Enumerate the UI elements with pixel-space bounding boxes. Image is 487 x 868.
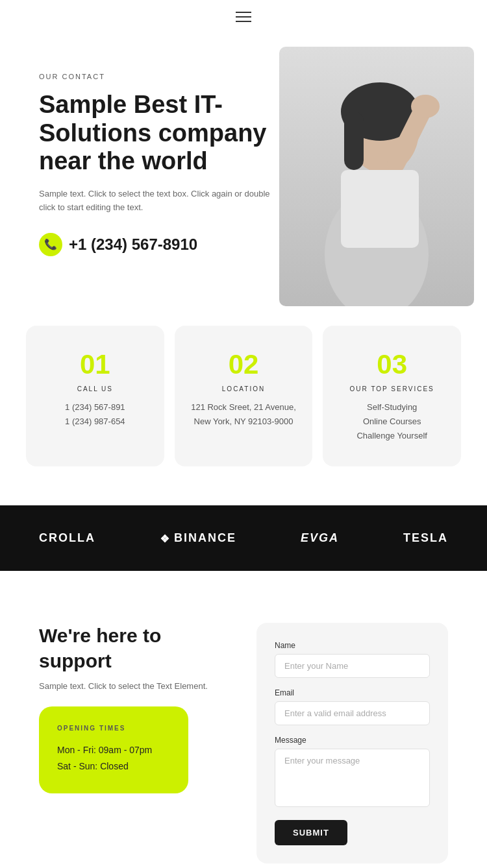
hero-phone: 📞 +1 (234) 567-8910 <box>39 233 286 256</box>
svg-rect-3 <box>344 112 364 170</box>
contact-form: Name Email Message SUBMIT <box>256 623 448 863</box>
support-title: We're here to support <box>39 623 231 673</box>
form-message-group: Message <box>275 736 430 810</box>
brand-tesla: TESLA <box>403 531 448 545</box>
opening-times-box: OPENING TIMES Mon - Fri: 09am - 07pm Sat… <box>39 706 188 793</box>
hero-image-area <box>266 34 487 306</box>
hero-title: Sample Best IT-Solutions company near th… <box>39 91 286 176</box>
card-text-3: Self-StudyingOnline CoursesChallenge You… <box>338 400 445 443</box>
hamburger-menu[interactable] <box>236 12 251 22</box>
phone-icon: 📞 <box>39 233 62 256</box>
card-text-2: 121 Rock Sreet, 21 Avenue,New York, NY 9… <box>190 400 297 429</box>
svg-rect-6 <box>341 170 419 248</box>
form-name-group: Name <box>275 641 430 678</box>
card-label-1: CALL US <box>42 385 149 392</box>
card-number-3: 03 <box>338 349 445 380</box>
brand-evga: EVGA <box>301 531 339 545</box>
support-left: We're here to support Sample text. Click… <box>39 623 231 793</box>
brands-section: CROLLA BINANCE EVGA TESLA <box>0 505 487 571</box>
name-label: Name <box>275 641 430 650</box>
hero-description: Sample text. Click to select the text bo… <box>39 187 286 215</box>
name-input[interactable] <box>275 654 430 678</box>
message-input[interactable] <box>275 749 430 807</box>
card-number-2: 02 <box>190 349 297 380</box>
submit-button[interactable]: SUBMIT <box>275 820 347 845</box>
support-right: Name Email Message SUBMIT <box>256 623 448 863</box>
opening-label: OPENING TIMES <box>57 725 170 732</box>
brand-crolla: CROLLA <box>39 531 95 545</box>
phone-number: +1 (234) 567-8910 <box>69 235 197 254</box>
form-email-group: Email <box>275 688 430 725</box>
brand-binance: BINANCE <box>160 531 236 545</box>
hero-tag: OUR CONTACT <box>39 73 286 80</box>
support-section: We're here to support Sample text. Click… <box>0 571 487 868</box>
hero-person-image <box>279 47 474 306</box>
hero-section: OUR CONTACT Sample Best IT-Solutions com… <box>0 34 487 306</box>
support-description: Sample text. Click to select the Text El… <box>39 681 231 691</box>
svg-point-5 <box>411 95 440 118</box>
hero-content: OUR CONTACT Sample Best IT-Solutions com… <box>39 73 286 256</box>
card-label-2: LOCATION <box>190 385 297 392</box>
card-services: 03 OUR TOP SERVICES Self-StudyingOnline … <box>323 326 461 466</box>
navigation <box>0 0 487 34</box>
email-input[interactable] <box>275 701 430 725</box>
card-label-3: OUR TOP SERVICES <box>338 385 445 392</box>
message-label: Message <box>275 736 430 745</box>
card-call-us: 01 CALL US 1 (234) 567-8911 (234) 987-65… <box>26 326 164 466</box>
opening-weekdays: Mon - Fri: 09am - 07pm Sat - Sun: Closed <box>57 742 170 775</box>
card-number-1: 01 <box>42 349 149 380</box>
card-text-1: 1 (234) 567-8911 (234) 987-654 <box>42 400 149 429</box>
cards-section: 01 CALL US 1 (234) 567-8911 (234) 987-65… <box>0 306 487 505</box>
card-location: 02 LOCATION 121 Rock Sreet, 21 Avenue,Ne… <box>175 326 313 466</box>
email-label: Email <box>275 688 430 697</box>
